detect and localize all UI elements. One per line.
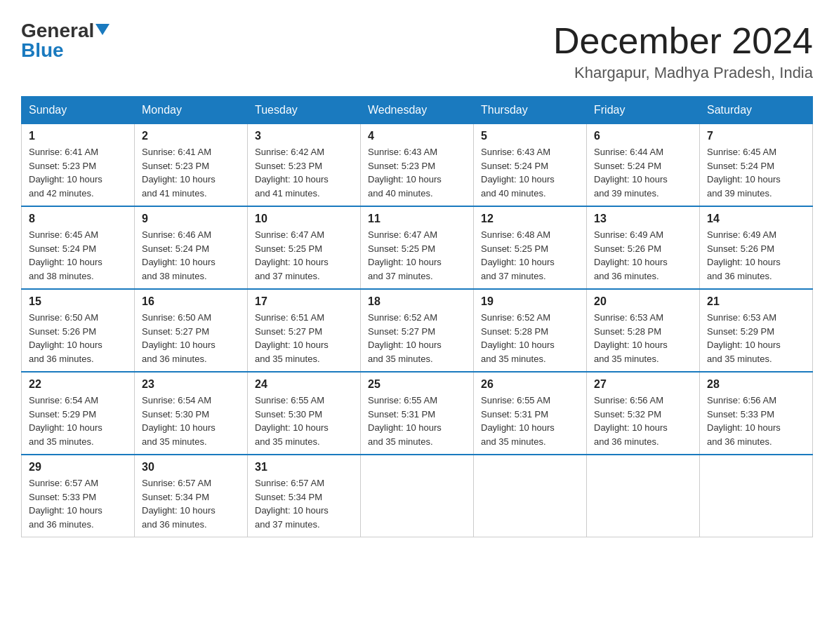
calendar-cell: 6 Sunrise: 6:44 AM Sunset: 5:24 PM Dayli…: [587, 124, 700, 207]
day-info: Sunrise: 6:57 AM Sunset: 5:33 PM Dayligh…: [29, 476, 127, 531]
day-info: Sunrise: 6:49 AM Sunset: 5:26 PM Dayligh…: [594, 228, 692, 283]
calendar-cell: 25 Sunrise: 6:55 AM Sunset: 5:31 PM Dayl…: [361, 372, 474, 455]
header-thursday: Thursday: [474, 97, 587, 124]
day-number: 19: [481, 295, 579, 308]
day-number: 16: [142, 295, 240, 308]
day-info: Sunrise: 6:51 AM Sunset: 5:27 PM Dayligh…: [255, 311, 353, 365]
calendar-cell: 13 Sunrise: 6:49 AM Sunset: 5:26 PM Dayl…: [587, 206, 700, 289]
day-number: 3: [255, 130, 353, 142]
calendar-cell: 3 Sunrise: 6:42 AM Sunset: 5:23 PM Dayli…: [248, 124, 361, 207]
day-info: Sunrise: 6:49 AM Sunset: 5:26 PM Dayligh…: [707, 228, 805, 283]
day-number: 17: [255, 295, 353, 308]
day-info: Sunrise: 6:47 AM Sunset: 5:25 PM Dayligh…: [368, 228, 466, 283]
title-section: December 2024 Khargapur, Madhya Pradesh,…: [553, 21, 813, 82]
logo: General Blue: [21, 21, 110, 60]
day-number: 18: [368, 295, 466, 308]
day-number: 11: [368, 213, 466, 225]
day-info: Sunrise: 6:57 AM Sunset: 5:34 PM Dayligh…: [255, 476, 353, 531]
calendar-cell: 15 Sunrise: 6:50 AM Sunset: 5:26 PM Dayl…: [22, 289, 135, 372]
calendar-week-row: 29 Sunrise: 6:57 AM Sunset: 5:33 PM Dayl…: [22, 455, 813, 537]
calendar-cell: [361, 455, 474, 537]
day-info: Sunrise: 6:44 AM Sunset: 5:24 PM Dayligh…: [594, 145, 692, 200]
day-info: Sunrise: 6:50 AM Sunset: 5:26 PM Dayligh…: [29, 311, 127, 365]
day-number: 4: [368, 130, 466, 142]
calendar-cell: 7 Sunrise: 6:45 AM Sunset: 5:24 PM Dayli…: [700, 124, 813, 207]
calendar-cell: 14 Sunrise: 6:49 AM Sunset: 5:26 PM Dayl…: [700, 206, 813, 289]
header-saturday: Saturday: [700, 97, 813, 124]
day-info: Sunrise: 6:55 AM Sunset: 5:31 PM Dayligh…: [368, 394, 466, 448]
day-number: 29: [29, 461, 127, 474]
day-info: Sunrise: 6:41 AM Sunset: 5:23 PM Dayligh…: [29, 145, 127, 200]
calendar-cell: 16 Sunrise: 6:50 AM Sunset: 5:27 PM Dayl…: [135, 289, 248, 372]
calendar-cell: [587, 455, 700, 537]
header-sunday: Sunday: [22, 97, 135, 124]
day-info: Sunrise: 6:45 AM Sunset: 5:24 PM Dayligh…: [29, 228, 127, 283]
calendar-week-row: 15 Sunrise: 6:50 AM Sunset: 5:26 PM Dayl…: [22, 289, 813, 372]
day-info: Sunrise: 6:57 AM Sunset: 5:34 PM Dayligh…: [142, 476, 240, 531]
logo-general-text: General: [21, 21, 94, 41]
day-number: 6: [594, 130, 692, 142]
calendar-cell: 28 Sunrise: 6:56 AM Sunset: 5:33 PM Dayl…: [700, 372, 813, 455]
day-number: 21: [707, 295, 805, 308]
day-info: Sunrise: 6:54 AM Sunset: 5:30 PM Dayligh…: [142, 394, 240, 448]
calendar-cell: 29 Sunrise: 6:57 AM Sunset: 5:33 PM Dayl…: [22, 455, 135, 537]
day-number: 9: [142, 213, 240, 225]
day-number: 22: [29, 378, 127, 391]
calendar-cell: 19 Sunrise: 6:52 AM Sunset: 5:28 PM Dayl…: [474, 289, 587, 372]
day-info: Sunrise: 6:41 AM Sunset: 5:23 PM Dayligh…: [142, 145, 240, 200]
day-number: 7: [707, 130, 805, 142]
header-tuesday: Tuesday: [248, 97, 361, 124]
day-info: Sunrise: 6:45 AM Sunset: 5:24 PM Dayligh…: [707, 145, 805, 200]
calendar-cell: 10 Sunrise: 6:47 AM Sunset: 5:25 PM Dayl…: [248, 206, 361, 289]
day-number: 31: [255, 461, 353, 474]
calendar-cell: 11 Sunrise: 6:47 AM Sunset: 5:25 PM Dayl…: [361, 206, 474, 289]
day-info: Sunrise: 6:52 AM Sunset: 5:27 PM Dayligh…: [368, 311, 466, 365]
day-info: Sunrise: 6:55 AM Sunset: 5:31 PM Dayligh…: [481, 394, 579, 448]
day-number: 8: [29, 213, 127, 225]
calendar-cell: 9 Sunrise: 6:46 AM Sunset: 5:24 PM Dayli…: [135, 206, 248, 289]
day-number: 30: [142, 461, 240, 474]
day-number: 5: [481, 130, 579, 142]
day-number: 25: [368, 378, 466, 391]
day-info: Sunrise: 6:47 AM Sunset: 5:25 PM Dayligh…: [255, 228, 353, 283]
calendar-week-row: 8 Sunrise: 6:45 AM Sunset: 5:24 PM Dayli…: [22, 206, 813, 289]
day-number: 26: [481, 378, 579, 391]
logo-triangle-icon: [95, 24, 110, 35]
calendar-cell: 5 Sunrise: 6:43 AM Sunset: 5:24 PM Dayli…: [474, 124, 587, 207]
day-info: Sunrise: 6:56 AM Sunset: 5:32 PM Dayligh…: [594, 394, 692, 448]
day-info: Sunrise: 6:53 AM Sunset: 5:29 PM Dayligh…: [707, 311, 805, 365]
day-number: 13: [594, 213, 692, 225]
day-number: 12: [481, 213, 579, 225]
month-title: December 2024: [553, 21, 813, 61]
calendar-cell: 2 Sunrise: 6:41 AM Sunset: 5:23 PM Dayli…: [135, 124, 248, 207]
calendar-cell: 20 Sunrise: 6:53 AM Sunset: 5:28 PM Dayl…: [587, 289, 700, 372]
calendar-cell: 26 Sunrise: 6:55 AM Sunset: 5:31 PM Dayl…: [474, 372, 587, 455]
calendar-cell: 12 Sunrise: 6:48 AM Sunset: 5:25 PM Dayl…: [474, 206, 587, 289]
day-info: Sunrise: 6:52 AM Sunset: 5:28 PM Dayligh…: [481, 311, 579, 365]
day-info: Sunrise: 6:43 AM Sunset: 5:23 PM Dayligh…: [368, 145, 466, 200]
page-header: General Blue December 2024 Khargapur, Ma…: [21, 21, 813, 82]
calendar-cell: [474, 455, 587, 537]
calendar-cell: 24 Sunrise: 6:55 AM Sunset: 5:30 PM Dayl…: [248, 372, 361, 455]
calendar-cell: 23 Sunrise: 6:54 AM Sunset: 5:30 PM Dayl…: [135, 372, 248, 455]
day-number: 20: [594, 295, 692, 308]
calendar-cell: 21 Sunrise: 6:53 AM Sunset: 5:29 PM Dayl…: [700, 289, 813, 372]
calendar-cell: 8 Sunrise: 6:45 AM Sunset: 5:24 PM Dayli…: [22, 206, 135, 289]
calendar-cell: 4 Sunrise: 6:43 AM Sunset: 5:23 PM Dayli…: [361, 124, 474, 207]
day-number: 2: [142, 130, 240, 142]
logo-blue-text: Blue: [21, 41, 64, 60]
calendar-header-row: SundayMondayTuesdayWednesdayThursdayFrid…: [22, 97, 813, 124]
calendar-cell: 30 Sunrise: 6:57 AM Sunset: 5:34 PM Dayl…: [135, 455, 248, 537]
day-info: Sunrise: 6:56 AM Sunset: 5:33 PM Dayligh…: [707, 394, 805, 448]
calendar-cell: 1 Sunrise: 6:41 AM Sunset: 5:23 PM Dayli…: [22, 124, 135, 207]
calendar-cell: 18 Sunrise: 6:52 AM Sunset: 5:27 PM Dayl…: [361, 289, 474, 372]
calendar-cell: 17 Sunrise: 6:51 AM Sunset: 5:27 PM Dayl…: [248, 289, 361, 372]
day-number: 1: [29, 130, 127, 142]
calendar-table: SundayMondayTuesdayWednesdayThursdayFrid…: [21, 96, 813, 537]
location-title: Khargapur, Madhya Pradesh, India: [553, 64, 813, 82]
calendar-cell: 22 Sunrise: 6:54 AM Sunset: 5:29 PM Dayl…: [22, 372, 135, 455]
day-number: 27: [594, 378, 692, 391]
day-info: Sunrise: 6:53 AM Sunset: 5:28 PM Dayligh…: [594, 311, 692, 365]
day-number: 23: [142, 378, 240, 391]
calendar-cell: 27 Sunrise: 6:56 AM Sunset: 5:32 PM Dayl…: [587, 372, 700, 455]
